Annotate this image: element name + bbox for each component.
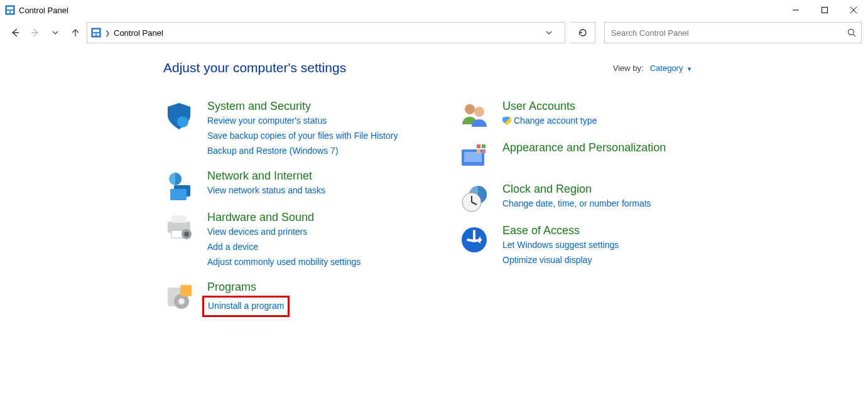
up-button[interactable] [67, 24, 84, 41]
address-bar[interactable]: ❯ Control Panel [87, 22, 565, 43]
category-title[interactable]: Ease of Access [502, 223, 716, 238]
svg-rect-19 [170, 189, 187, 200]
category-appearance-personalization: Appearance and Personalization [458, 141, 716, 172]
svg-rect-3 [11, 11, 13, 13]
search-box[interactable] [604, 22, 862, 43]
address-dropdown-button[interactable] [546, 30, 561, 36]
category-link[interactable]: Add a device [207, 240, 258, 255]
svg-rect-12 [93, 33, 95, 36]
category-link[interactable]: Let Windows suggest settings [502, 238, 619, 253]
svg-point-30 [474, 107, 484, 117]
search-icon[interactable] [847, 28, 856, 37]
svg-rect-13 [97, 33, 99, 36]
svg-rect-2 [7, 11, 9, 13]
shield-icon [163, 99, 195, 131]
highlight-annotation: Uninstall a program [202, 296, 290, 317]
svg-rect-11 [93, 30, 99, 32]
content-area: Adjust your computer's settings View by:… [0, 45, 868, 327]
svg-point-29 [465, 104, 475, 114]
category-link[interactable]: Optimize visual display [502, 253, 592, 268]
uninstall-program-link[interactable]: Uninstall a program [208, 299, 284, 314]
control-panel-app-icon [5, 5, 15, 15]
programs-icon [163, 280, 195, 311]
back-button[interactable] [6, 24, 24, 41]
svg-rect-21 [171, 215, 187, 223]
category-hardware-sound: Hardware and Sound View devices and prin… [163, 210, 421, 270]
svg-rect-36 [482, 149, 486, 153]
svg-rect-33 [477, 144, 480, 148]
chevron-down-icon: ▼ [686, 66, 692, 72]
svg-point-14 [849, 30, 854, 35]
category-column-left: System and Security Review your computer… [163, 99, 421, 327]
printer-icon [163, 210, 195, 242]
control-panel-icon [91, 28, 101, 38]
category-title[interactable]: Hardware and Sound [207, 210, 421, 225]
view-by-dropdown[interactable]: Category ▼ [650, 63, 692, 73]
category-user-accounts: User Accounts Change account type [458, 99, 716, 131]
maximize-button[interactable] [810, 0, 839, 20]
category-title[interactable]: Clock and Region [502, 182, 716, 196]
svg-rect-35 [477, 149, 480, 153]
ease-icon [458, 223, 490, 255]
category-link[interactable]: View network status and tasks [207, 183, 325, 198]
category-title[interactable]: User Accounts [502, 99, 716, 114]
svg-rect-28 [180, 285, 192, 296]
svg-point-24 [184, 232, 189, 237]
category-link[interactable]: Backup and Restore (Windows 7) [207, 144, 339, 159]
forward-button[interactable] [26, 24, 44, 41]
svg-rect-5 [822, 8, 828, 13]
svg-line-15 [854, 35, 856, 37]
svg-rect-32 [464, 152, 482, 162]
page-heading: Adjust your computer's settings [163, 60, 346, 75]
view-by-label: View by: [613, 63, 644, 73]
search-input[interactable] [610, 28, 847, 38]
category-link[interactable]: Save backup copies of your files with Fi… [207, 129, 398, 144]
svg-rect-34 [482, 144, 486, 148]
category-title[interactable]: Appearance and Personalization [502, 141, 716, 155]
category-link[interactable]: Change account type [502, 114, 597, 129]
view-by-control: View by: Category ▼ [613, 63, 692, 73]
toolbar: ❯ Control Panel [0, 20, 868, 45]
minimize-button[interactable] [781, 0, 810, 20]
category-link[interactable]: View devices and printers [207, 225, 307, 240]
svg-point-27 [178, 298, 185, 304]
breadcrumb-chevron-icon[interactable]: ❯ [105, 30, 110, 36]
window-title: Control Panel [19, 6, 68, 15]
category-title[interactable]: Network and Internet [207, 169, 421, 183]
category-link[interactable]: Adjust commonly used mobility settings [207, 255, 361, 270]
category-title[interactable]: System and Security [207, 99, 421, 114]
recent-locations-button[interactable] [46, 24, 64, 41]
clock-icon [458, 182, 490, 213]
category-ease-of-access: Ease of Access Let Windows suggest setti… [458, 223, 716, 268]
category-clock-region: Clock and Region Change date, time, or n… [458, 182, 716, 213]
svg-rect-1 [7, 7, 13, 9]
category-network-internet: Network and Internet View network status… [163, 169, 421, 200]
network-icon [163, 169, 195, 200]
refresh-button[interactable] [570, 22, 595, 43]
breadcrumb-location[interactable]: Control Panel [114, 28, 163, 38]
category-system-security: System and Security Review your computer… [163, 99, 421, 159]
svg-point-16 [177, 116, 188, 127]
category-column-right: User Accounts Change account type Appear… [458, 99, 716, 327]
category-link[interactable]: Change date, time, or number formats [502, 196, 651, 212]
category-programs: Programs Uninstall a program [163, 280, 421, 317]
window-buttons [781, 0, 868, 20]
category-title[interactable]: Programs [207, 280, 421, 294]
category-link[interactable]: Review your computer's status [207, 114, 327, 129]
close-button[interactable] [839, 0, 868, 20]
title-bar: Control Panel [0, 0, 868, 20]
appearance-icon [458, 141, 490, 172]
users-icon [458, 99, 490, 131]
